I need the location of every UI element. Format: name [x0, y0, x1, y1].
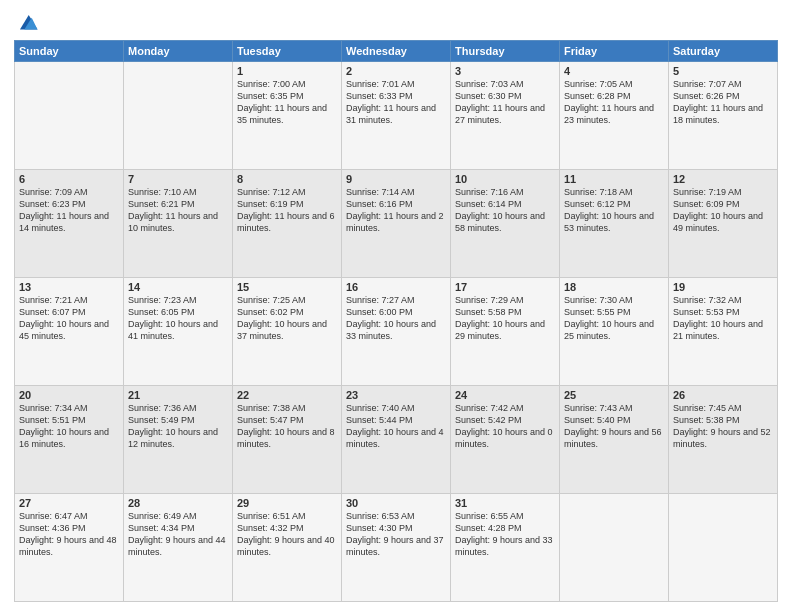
day-info: Sunrise: 7:32 AM Sunset: 5:53 PM Dayligh… [673, 294, 773, 343]
calendar-cell: 11Sunrise: 7:18 AM Sunset: 6:12 PM Dayli… [560, 170, 669, 278]
calendar-cell: 30Sunrise: 6:53 AM Sunset: 4:30 PM Dayli… [342, 494, 451, 602]
day-number: 20 [19, 389, 119, 401]
day-info: Sunrise: 7:30 AM Sunset: 5:55 PM Dayligh… [564, 294, 664, 343]
day-info: Sunrise: 7:25 AM Sunset: 6:02 PM Dayligh… [237, 294, 337, 343]
calendar-cell: 17Sunrise: 7:29 AM Sunset: 5:58 PM Dayli… [451, 278, 560, 386]
day-info: Sunrise: 6:51 AM Sunset: 4:32 PM Dayligh… [237, 510, 337, 559]
day-header-friday: Friday [560, 41, 669, 62]
calendar-cell: 9Sunrise: 7:14 AM Sunset: 6:16 PM Daylig… [342, 170, 451, 278]
day-info: Sunrise: 7:43 AM Sunset: 5:40 PM Dayligh… [564, 402, 664, 451]
header [14, 10, 778, 36]
day-info: Sunrise: 7:36 AM Sunset: 5:49 PM Dayligh… [128, 402, 228, 451]
day-number: 26 [673, 389, 773, 401]
calendar-cell [15, 62, 124, 170]
calendar-cell: 27Sunrise: 6:47 AM Sunset: 4:36 PM Dayli… [15, 494, 124, 602]
day-number: 14 [128, 281, 228, 293]
logo-icon [17, 12, 39, 34]
calendar-cell: 20Sunrise: 7:34 AM Sunset: 5:51 PM Dayli… [15, 386, 124, 494]
day-number: 22 [237, 389, 337, 401]
calendar-cell: 24Sunrise: 7:42 AM Sunset: 5:42 PM Dayli… [451, 386, 560, 494]
day-number: 2 [346, 65, 446, 77]
day-info: Sunrise: 7:38 AM Sunset: 5:47 PM Dayligh… [237, 402, 337, 451]
day-info: Sunrise: 7:10 AM Sunset: 6:21 PM Dayligh… [128, 186, 228, 235]
calendar-cell: 1Sunrise: 7:00 AM Sunset: 6:35 PM Daylig… [233, 62, 342, 170]
calendar-cell: 4Sunrise: 7:05 AM Sunset: 6:28 PM Daylig… [560, 62, 669, 170]
calendar-header-row: SundayMondayTuesdayWednesdayThursdayFrid… [15, 41, 778, 62]
day-number: 8 [237, 173, 337, 185]
day-number: 3 [455, 65, 555, 77]
calendar-week-2: 6Sunrise: 7:09 AM Sunset: 6:23 PM Daylig… [15, 170, 778, 278]
day-number: 24 [455, 389, 555, 401]
day-number: 15 [237, 281, 337, 293]
day-number: 5 [673, 65, 773, 77]
calendar-cell: 26Sunrise: 7:45 AM Sunset: 5:38 PM Dayli… [669, 386, 778, 494]
day-info: Sunrise: 7:12 AM Sunset: 6:19 PM Dayligh… [237, 186, 337, 235]
day-info: Sunrise: 7:27 AM Sunset: 6:00 PM Dayligh… [346, 294, 446, 343]
calendar-cell: 29Sunrise: 6:51 AM Sunset: 4:32 PM Dayli… [233, 494, 342, 602]
day-info: Sunrise: 7:23 AM Sunset: 6:05 PM Dayligh… [128, 294, 228, 343]
day-info: Sunrise: 7:07 AM Sunset: 6:26 PM Dayligh… [673, 78, 773, 127]
day-number: 9 [346, 173, 446, 185]
calendar-cell: 6Sunrise: 7:09 AM Sunset: 6:23 PM Daylig… [15, 170, 124, 278]
day-header-wednesday: Wednesday [342, 41, 451, 62]
calendar-cell: 2Sunrise: 7:01 AM Sunset: 6:33 PM Daylig… [342, 62, 451, 170]
page: SundayMondayTuesdayWednesdayThursdayFrid… [0, 0, 792, 612]
calendar-cell: 16Sunrise: 7:27 AM Sunset: 6:00 PM Dayli… [342, 278, 451, 386]
calendar-cell: 10Sunrise: 7:16 AM Sunset: 6:14 PM Dayli… [451, 170, 560, 278]
day-info: Sunrise: 7:40 AM Sunset: 5:44 PM Dayligh… [346, 402, 446, 451]
calendar-cell: 19Sunrise: 7:32 AM Sunset: 5:53 PM Dayli… [669, 278, 778, 386]
day-info: Sunrise: 7:14 AM Sunset: 6:16 PM Dayligh… [346, 186, 446, 235]
day-info: Sunrise: 7:45 AM Sunset: 5:38 PM Dayligh… [673, 402, 773, 451]
day-info: Sunrise: 7:16 AM Sunset: 6:14 PM Dayligh… [455, 186, 555, 235]
day-number: 13 [19, 281, 119, 293]
calendar-cell: 7Sunrise: 7:10 AM Sunset: 6:21 PM Daylig… [124, 170, 233, 278]
day-number: 18 [564, 281, 664, 293]
day-number: 27 [19, 497, 119, 509]
day-info: Sunrise: 7:05 AM Sunset: 6:28 PM Dayligh… [564, 78, 664, 127]
calendar-cell: 13Sunrise: 7:21 AM Sunset: 6:07 PM Dayli… [15, 278, 124, 386]
calendar-cell: 5Sunrise: 7:07 AM Sunset: 6:26 PM Daylig… [669, 62, 778, 170]
day-info: Sunrise: 7:01 AM Sunset: 6:33 PM Dayligh… [346, 78, 446, 127]
calendar-cell [669, 494, 778, 602]
calendar-cell: 8Sunrise: 7:12 AM Sunset: 6:19 PM Daylig… [233, 170, 342, 278]
day-info: Sunrise: 7:19 AM Sunset: 6:09 PM Dayligh… [673, 186, 773, 235]
day-number: 29 [237, 497, 337, 509]
day-info: Sunrise: 7:21 AM Sunset: 6:07 PM Dayligh… [19, 294, 119, 343]
calendar-cell: 28Sunrise: 6:49 AM Sunset: 4:34 PM Dayli… [124, 494, 233, 602]
calendar-cell [124, 62, 233, 170]
calendar-cell: 22Sunrise: 7:38 AM Sunset: 5:47 PM Dayli… [233, 386, 342, 494]
day-info: Sunrise: 6:49 AM Sunset: 4:34 PM Dayligh… [128, 510, 228, 559]
day-header-sunday: Sunday [15, 41, 124, 62]
day-header-monday: Monday [124, 41, 233, 62]
calendar-week-5: 27Sunrise: 6:47 AM Sunset: 4:36 PM Dayli… [15, 494, 778, 602]
day-number: 21 [128, 389, 228, 401]
day-number: 10 [455, 173, 555, 185]
calendar-week-4: 20Sunrise: 7:34 AM Sunset: 5:51 PM Dayli… [15, 386, 778, 494]
day-number: 23 [346, 389, 446, 401]
calendar-cell: 31Sunrise: 6:55 AM Sunset: 4:28 PM Dayli… [451, 494, 560, 602]
day-info: Sunrise: 7:18 AM Sunset: 6:12 PM Dayligh… [564, 186, 664, 235]
day-info: Sunrise: 7:00 AM Sunset: 6:35 PM Dayligh… [237, 78, 337, 127]
day-number: 19 [673, 281, 773, 293]
day-info: Sunrise: 7:03 AM Sunset: 6:30 PM Dayligh… [455, 78, 555, 127]
day-number: 31 [455, 497, 555, 509]
calendar-week-1: 1Sunrise: 7:00 AM Sunset: 6:35 PM Daylig… [15, 62, 778, 170]
day-info: Sunrise: 7:09 AM Sunset: 6:23 PM Dayligh… [19, 186, 119, 235]
day-header-saturday: Saturday [669, 41, 778, 62]
day-number: 12 [673, 173, 773, 185]
day-info: Sunrise: 7:34 AM Sunset: 5:51 PM Dayligh… [19, 402, 119, 451]
day-info: Sunrise: 7:42 AM Sunset: 5:42 PM Dayligh… [455, 402, 555, 451]
day-number: 17 [455, 281, 555, 293]
calendar-cell [560, 494, 669, 602]
calendar-table: SundayMondayTuesdayWednesdayThursdayFrid… [14, 40, 778, 602]
calendar-cell: 3Sunrise: 7:03 AM Sunset: 6:30 PM Daylig… [451, 62, 560, 170]
day-number: 1 [237, 65, 337, 77]
day-number: 25 [564, 389, 664, 401]
calendar-cell: 23Sunrise: 7:40 AM Sunset: 5:44 PM Dayli… [342, 386, 451, 494]
day-number: 7 [128, 173, 228, 185]
calendar-cell: 14Sunrise: 7:23 AM Sunset: 6:05 PM Dayli… [124, 278, 233, 386]
calendar-week-3: 13Sunrise: 7:21 AM Sunset: 6:07 PM Dayli… [15, 278, 778, 386]
day-number: 6 [19, 173, 119, 185]
day-number: 30 [346, 497, 446, 509]
day-number: 16 [346, 281, 446, 293]
